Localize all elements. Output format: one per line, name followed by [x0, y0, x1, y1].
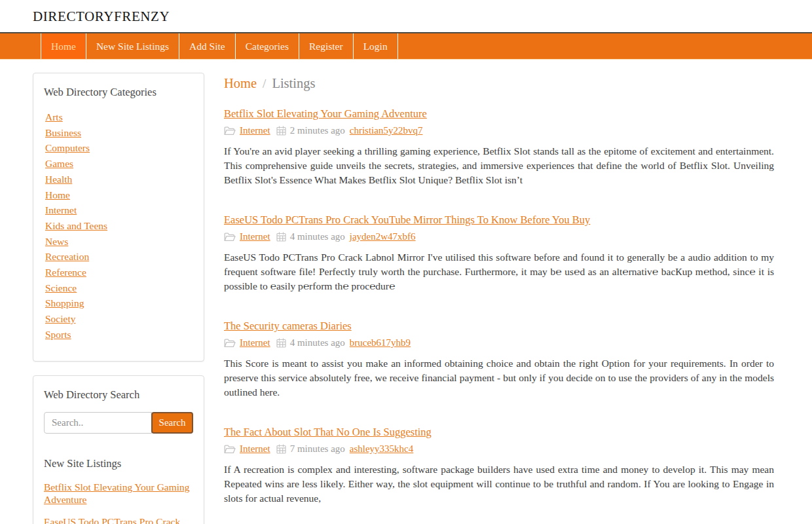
- calendar-icon: [276, 338, 286, 348]
- search-button[interactable]: Search: [151, 412, 193, 434]
- list-item: Business: [45, 125, 193, 141]
- listing-meta: Internet 7 minutes ago ashleyy335khc4: [224, 443, 774, 455]
- calendar-icon: [276, 444, 286, 454]
- sidebar: Web Directory Categories Arts Business C…: [33, 73, 204, 524]
- listing-category-link[interactable]: Internet: [240, 337, 270, 348]
- nav-item-login[interactable]: Login: [354, 33, 398, 59]
- category-link-sports[interactable]: Sports: [45, 329, 71, 340]
- listing-time: 4 minutes ago: [290, 231, 345, 242]
- calendar-icon: [276, 232, 286, 242]
- list-item: Shopping: [45, 295, 193, 311]
- list-item: Computers: [45, 140, 193, 156]
- listing-time: 4 minutes ago: [290, 337, 345, 348]
- category-link-reference[interactable]: Reference: [45, 267, 86, 278]
- list-item: Reference: [45, 265, 193, 280]
- search-input[interactable]: [44, 412, 152, 434]
- listing-excerpt: EaseUS Todo PCTrans Pro Crack Labnol Mir…: [224, 250, 774, 293]
- listing-item: The Security cameras Diaries Internet 4 …: [224, 320, 774, 400]
- new-site-listings-heading: New Site Listings: [44, 457, 193, 470]
- calendar-icon: [276, 126, 286, 136]
- listing-time: 7 minutes ago: [290, 443, 345, 455]
- listing-author-link[interactable]: bruceb617yhb9: [350, 337, 411, 348]
- category-link-arts[interactable]: Arts: [45, 111, 63, 122]
- list-item: Science: [45, 280, 193, 296]
- listing-category-link[interactable]: Internet: [240, 231, 270, 242]
- main-content: Home/Listings Betflix Slot Elevating You…: [224, 73, 774, 524]
- folder-open-icon: [224, 233, 236, 242]
- list-item: Internet: [45, 202, 193, 218]
- category-link-kids-and-teens[interactable]: Kids and Teens: [45, 220, 107, 231]
- breadcrumb-separator: /: [263, 77, 266, 90]
- nav-item-register[interactable]: Register: [299, 33, 354, 59]
- listing-meta: Internet 2 minutes ago christian5y22bvq7: [224, 125, 774, 136]
- breadcrumb: Home/Listings: [224, 73, 774, 91]
- page-body: Web Directory Categories Arts Business C…: [33, 73, 774, 524]
- list-item: Recreation: [45, 249, 193, 265]
- list-item: Games: [45, 156, 193, 172]
- nav-item-home[interactable]: Home: [41, 33, 86, 59]
- category-link-shopping[interactable]: Shopping: [45, 297, 84, 309]
- site-header: DIRECTORYFRENZY: [0, 0, 812, 32]
- listing-author-link[interactable]: jayden2w47xbf6: [350, 231, 416, 242]
- listing-meta: Internet 4 minutes ago bruceb617yhb9: [224, 337, 774, 348]
- categories-list: Arts Business Computers Games Health Hom…: [44, 109, 193, 343]
- listing-item: The Fact About Slot That No One Is Sugge…: [224, 426, 774, 506]
- listing-item: EaseUS Todo PCTrans Pro Crack YouTube Mi…: [224, 214, 774, 293]
- folder-open-icon: [224, 339, 236, 348]
- new-listing-link[interactable]: EaseUS Todo PCTrans Pro Crack: [44, 515, 193, 524]
- search-heading: Web Directory Search: [44, 388, 193, 402]
- list-item: Arts: [45, 109, 193, 125]
- listing-excerpt: If You're an avid player seeking a thril…: [224, 144, 774, 187]
- category-link-internet[interactable]: Internet: [45, 204, 77, 215]
- listing-title-link[interactable]: The Security cameras Diaries: [224, 320, 352, 332]
- category-link-games[interactable]: Games: [45, 158, 73, 169]
- list-item: Sports: [45, 327, 193, 343]
- category-link-business[interactable]: Business: [45, 127, 81, 138]
- listing-title-link[interactable]: Betflix Slot Elevating Your Gaming Adven…: [224, 107, 427, 120]
- folder-open-icon: [224, 445, 236, 454]
- list-item: News: [45, 234, 193, 250]
- new-site-listings-list: Betflix Slot Elevating Your Gaming Adven…: [44, 481, 193, 524]
- nav-item-add-site[interactable]: Add Site: [179, 33, 236, 59]
- categories-card: Web Directory Categories Arts Business C…: [33, 73, 204, 362]
- list-item: Kids and Teens: [45, 218, 193, 234]
- new-listing-link[interactable]: Betflix Slot Elevating Your Gaming Adven…: [44, 481, 193, 506]
- list-item: Society: [45, 311, 193, 327]
- list-item: Health: [45, 172, 193, 187]
- list-item: Home: [45, 187, 193, 203]
- search-form: Search: [44, 412, 193, 434]
- category-link-home[interactable]: Home: [45, 189, 70, 200]
- category-link-health[interactable]: Health: [45, 174, 72, 185]
- listing-title-link[interactable]: The Fact About Slot That No One Is Sugge…: [224, 426, 432, 438]
- categories-heading: Web Directory Categories: [44, 86, 193, 99]
- nav-item-categories[interactable]: Categories: [236, 33, 299, 59]
- listing-author-link[interactable]: ashleyy335khc4: [350, 443, 413, 455]
- listing-category-link[interactable]: Internet: [240, 443, 270, 455]
- nav-item-new-site-listings[interactable]: New Site Listings: [86, 33, 179, 59]
- category-link-society[interactable]: Society: [45, 313, 76, 324]
- listing-item: Betflix Slot Elevating Your Gaming Adven…: [224, 107, 774, 187]
- breadcrumb-home-link[interactable]: Home: [224, 76, 257, 90]
- folder-open-icon: [224, 126, 236, 136]
- listing-author-link[interactable]: christian5y22bvq7: [350, 125, 423, 136]
- listing-meta: Internet 4 minutes ago jayden2w47xbf6: [224, 231, 774, 242]
- site-title: DIRECTORYFRENZY: [33, 9, 812, 25]
- breadcrumb-section: Listings: [272, 76, 315, 90]
- listing-excerpt: This Score is meant to assist you make a…: [224, 356, 774, 400]
- category-link-computers[interactable]: Computers: [45, 142, 90, 153]
- category-link-news[interactable]: News: [45, 236, 68, 247]
- listing-title-link[interactable]: EaseUS Todo PCTrans Pro Crack YouTube Mi…: [224, 214, 590, 226]
- listing-category-link[interactable]: Internet: [240, 125, 270, 136]
- listing-excerpt: If A recreation is complex and interesti…: [224, 462, 774, 506]
- category-link-science[interactable]: Science: [45, 282, 77, 293]
- listing-time: 2 minutes ago: [290, 125, 345, 136]
- category-link-recreation[interactable]: Recreation: [45, 251, 89, 262]
- search-and-new-listings-card: Web Directory Search Search New Site Lis…: [33, 375, 204, 524]
- main-nav: Home New Site Listings Add Site Categori…: [0, 32, 812, 60]
